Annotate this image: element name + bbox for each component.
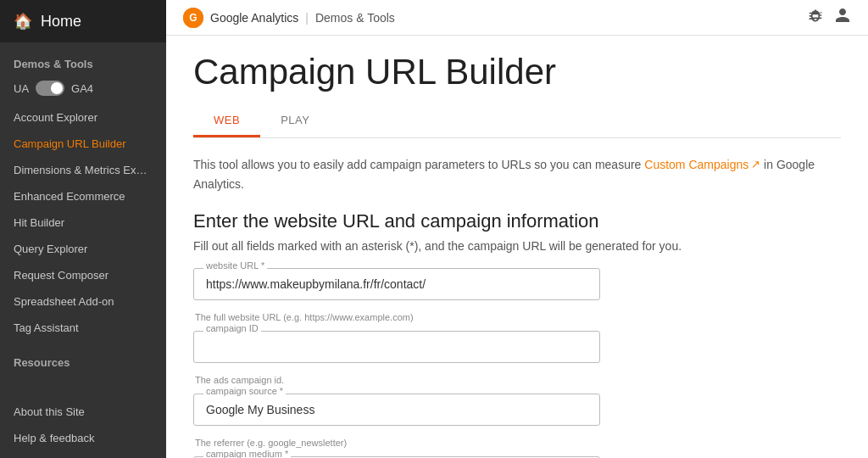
demos-tools-section-title: Demos & Tools	[0, 42, 166, 75]
tabs: WEB PLAY	[193, 105, 841, 138]
campaign-source-hint: The referrer (e.g. google_newsletter)	[193, 438, 841, 448]
topbar-right	[807, 7, 851, 28]
sidebar-nav-query-explorer[interactable]: Query Explorer	[0, 236, 166, 262]
website-url-hint: The full website URL (e.g. https://www.e…	[193, 312, 841, 322]
ua-ga4-toggle-row: UA GA4	[0, 75, 166, 104]
campaign-id-field: campaign ID	[193, 331, 600, 363]
section-label: Demos & Tools	[315, 11, 395, 25]
campaign-id-label: campaign ID	[203, 323, 261, 333]
external-link-icon: ↗	[751, 156, 760, 174]
website-url-label: website URL *	[203, 260, 267, 271]
page-title: Campaign URL Builder	[193, 53, 841, 92]
ga-logo-svg: G	[183, 8, 203, 28]
sidebar-nav-dimensions-metrics[interactable]: Dimensions & Metrics Explorer	[0, 157, 166, 183]
sidebar: 🏠 Home Demos & Tools UA GA4 Account Expl…	[0, 0, 166, 458]
section-sub: Fill out all fields marked with an aster…	[193, 239, 841, 253]
campaign-source-field: campaign source *	[193, 394, 600, 426]
sidebar-nav-enhanced-ecommerce[interactable]: Enhanced Ecommerce	[0, 183, 166, 209]
section-heading: Enter the website URL and campaign infor…	[193, 210, 841, 232]
website-url-input[interactable]	[193, 268, 600, 300]
topbar-separator: |	[305, 11, 309, 25]
tab-play[interactable]: PLAY	[260, 105, 330, 137]
toggle-ua-label: UA	[14, 82, 29, 95]
sidebar-nav-about-site[interactable]: About this Site	[0, 399, 166, 425]
campaign-id-input[interactable]	[193, 331, 600, 363]
sidebar-nav-hit-builder[interactable]: Hit Builder	[0, 209, 166, 236]
campaign-medium-label: campaign medium *	[203, 449, 291, 458]
sidebar-nav-account-explorer[interactable]: Account Explorer	[0, 104, 166, 131]
website-url-field: website URL *	[193, 268, 600, 300]
brand-label: Google Analytics	[210, 11, 298, 25]
ga-logo: G	[183, 8, 203, 28]
content-area: Campaign URL Builder WEB PLAY This tool …	[166, 36, 868, 458]
ua-ga4-toggle[interactable]	[36, 81, 64, 96]
sidebar-nav-campaign-url-builder[interactable]: Campaign URL Builder	[0, 131, 166, 157]
sidebar-nav-help-feedback[interactable]: Help & feedback	[0, 425, 166, 451]
campaign-source-label: campaign source *	[203, 386, 286, 396]
sidebar-home[interactable]: 🏠 Home	[0, 0, 166, 42]
topbar: G Google Analytics | Demos & Tools	[166, 0, 868, 36]
sidebar-nav-request-composer[interactable]: Request Composer	[0, 262, 166, 288]
custom-campaigns-link[interactable]: Custom Campaigns↗	[644, 155, 760, 174]
svg-text:G: G	[189, 12, 197, 24]
intro-text-before: This tool allows you to easily add campa…	[193, 158, 644, 171]
topbar-left: G Google Analytics | Demos & Tools	[183, 8, 395, 28]
sidebar-bottom: About this Site Help & feedback	[0, 399, 166, 458]
tab-web[interactable]: WEB	[193, 105, 260, 137]
bug-icon[interactable]	[807, 7, 824, 28]
resources-section-title: Resources	[0, 341, 166, 374]
sidebar-nav-tag-assistant[interactable]: Tag Assistant	[0, 315, 166, 341]
home-icon: 🏠	[14, 12, 32, 31]
sidebar-nav-spreadsheet-addon[interactable]: Spreadsheet Add-on	[0, 288, 166, 315]
campaign-source-input[interactable]	[193, 394, 600, 426]
campaign-id-hint: The ads campaign id.	[193, 375, 841, 385]
main-content: G Google Analytics | Demos & Tools Campa…	[166, 0, 868, 458]
toggle-ga4-label: GA4	[71, 82, 93, 95]
intro-paragraph: This tool allows you to easily add campa…	[193, 155, 841, 193]
home-label: Home	[41, 13, 81, 31]
user-icon[interactable]	[834, 7, 851, 28]
